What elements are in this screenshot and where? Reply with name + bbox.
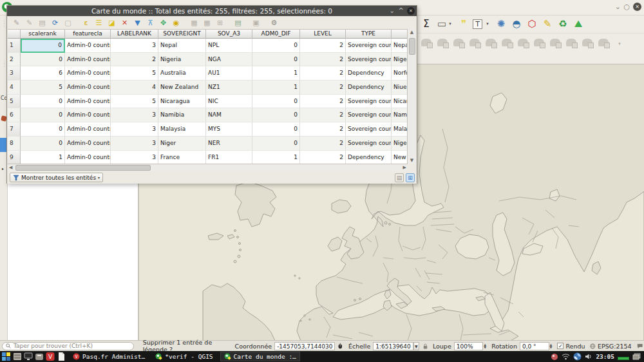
tray-app-icon[interactable] bbox=[551, 353, 558, 361]
table-cell[interactable]: 0 bbox=[252, 137, 300, 151]
scale-value[interactable]: 1:65139640 bbox=[373, 342, 413, 350]
table-cell[interactable]: 2 bbox=[300, 81, 346, 95]
row-number[interactable]: 4 bbox=[8, 81, 21, 95]
conditional-format-icon[interactable]: ▤ bbox=[232, 17, 243, 28]
table-cell[interactable]: Dependency bbox=[346, 151, 392, 164]
crs-globe-icon[interactable] bbox=[590, 343, 596, 350]
text-annotation-dropdown-icon[interactable]: ▾ bbox=[484, 17, 491, 30]
attribute-table[interactable]: scalerankfeatureclaLABELRANKSOVEREIGNTSO… bbox=[8, 29, 408, 164]
new-field-icon[interactable]: ▦ bbox=[189, 17, 200, 28]
table-cell[interactable]: Sovereign country bbox=[346, 108, 392, 122]
form-view-icon[interactable]: ▤ bbox=[395, 173, 404, 182]
volume-icon[interactable] bbox=[585, 353, 592, 360]
table-cell[interactable]: 6 bbox=[21, 66, 65, 81]
column-header-featurecla[interactable]: featurecla bbox=[65, 30, 111, 39]
table-cell[interactable]: 3 bbox=[111, 122, 158, 137]
reload-icon[interactable]: ⟳ bbox=[50, 17, 61, 28]
table-cell[interactable]: Namibia bbox=[158, 108, 206, 122]
table-cell[interactable]: 5 bbox=[21, 81, 65, 95]
table-cell[interactable]: 0 bbox=[21, 39, 65, 53]
row-number[interactable]: 9 bbox=[8, 151, 21, 164]
deselect-all-icon[interactable]: ✕ bbox=[119, 17, 130, 28]
table-cell[interactable]: Norfolk bbox=[392, 66, 408, 81]
render-checkbox[interactable]: ✓ bbox=[557, 343, 564, 349]
column-header-sov_a3[interactable]: SOV_A3 bbox=[206, 30, 252, 39]
table-cell[interactable]: 3 bbox=[111, 108, 158, 122]
table-corner[interactable] bbox=[8, 30, 21, 39]
table-cell[interactable]: 0 bbox=[21, 95, 65, 109]
magnifier-spinner[interactable]: ▲▼ bbox=[484, 343, 486, 348]
measure-icon[interactable]: ▭ bbox=[435, 17, 448, 30]
table-cell[interactable]: Sovereign country bbox=[346, 122, 392, 137]
vertical-scrollbar[interactable]: ▲ ▼ bbox=[407, 29, 416, 164]
table-cell[interactable]: 1 bbox=[252, 66, 300, 81]
table-cell[interactable]: Admin-0 country bbox=[65, 137, 111, 151]
scale-dropdown-button[interactable]: ▼ bbox=[413, 342, 419, 350]
wifi-icon[interactable] bbox=[562, 353, 570, 360]
table-cell[interactable]: MYS bbox=[206, 122, 252, 137]
map-tips-icon[interactable]: ❞ bbox=[457, 17, 470, 30]
file-manager-icon[interactable] bbox=[13, 352, 22, 361]
document-icon[interactable] bbox=[57, 352, 66, 361]
maximize-button[interactable]: ○ bbox=[623, 3, 630, 11]
table-cell[interactable]: New C bbox=[392, 151, 408, 164]
copy-feature-icon[interactable]: ▢ bbox=[62, 17, 73, 28]
row-number[interactable]: 2 bbox=[8, 53, 21, 67]
table-cell[interactable]: Niger bbox=[392, 137, 408, 151]
table-cell[interactable]: 0 bbox=[252, 122, 300, 137]
invert-selection-icon[interactable]: ◪ bbox=[106, 17, 117, 28]
minimize-button[interactable]: ⌄ bbox=[615, 3, 621, 11]
magnifier-value[interactable]: 100% bbox=[454, 342, 484, 350]
row-number[interactable]: 5 bbox=[8, 95, 21, 109]
statistics-icon[interactable]: Σ bbox=[420, 17, 433, 30]
table-cell[interactable]: 2 bbox=[300, 53, 346, 67]
table-cell[interactable]: Nigeria bbox=[392, 53, 408, 67]
table-cell[interactable]: 0 bbox=[21, 122, 65, 137]
table-cell[interactable]: Admin-0 country bbox=[65, 66, 111, 81]
select-all-icon[interactable]: ☰ bbox=[93, 17, 104, 28]
dialog-titlebar[interactable]: Carte du monde :: Total des entités: 255… bbox=[7, 6, 417, 16]
metasearch-icon[interactable]: ✺ bbox=[495, 17, 507, 30]
rotation-spinner[interactable]: ▲▼ bbox=[550, 343, 553, 348]
table-cell[interactable]: New Zealand bbox=[158, 81, 206, 95]
table-cell[interactable]: NER bbox=[206, 137, 252, 151]
toggle-editing-icon[interactable]: ✎ bbox=[11, 17, 22, 28]
select-by-expression-icon[interactable]: ε bbox=[80, 17, 91, 28]
delete-field-icon[interactable]: ▦ bbox=[202, 17, 213, 28]
table-cell[interactable]: Australia bbox=[158, 66, 206, 81]
table-cell[interactable]: 1 bbox=[21, 151, 65, 164]
table-view-icon[interactable]: ⊞ bbox=[406, 173, 415, 182]
table-cell[interactable]: NGA bbox=[206, 53, 252, 67]
table-cell[interactable]: Dependency bbox=[346, 81, 392, 95]
table-cell[interactable]: Malays bbox=[392, 122, 408, 137]
display-icon[interactable] bbox=[24, 352, 33, 361]
table-cell[interactable]: 5 bbox=[111, 66, 158, 81]
table-cell[interactable]: 3 bbox=[111, 151, 158, 164]
vivaldi-launcher-icon[interactable]: V bbox=[46, 352, 55, 361]
archive-icon[interactable] bbox=[35, 352, 44, 361]
table-cell[interactable]: Nepal bbox=[392, 39, 408, 53]
table-cell[interactable]: 4 bbox=[111, 81, 158, 95]
table-cell[interactable]: 0 bbox=[252, 53, 300, 67]
table-cell[interactable]: Sovereign country bbox=[346, 95, 392, 109]
crs-label[interactable]: EPSG:2154 bbox=[598, 343, 632, 350]
table-cell[interactable]: 2 bbox=[300, 122, 346, 137]
table-cell[interactable]: 0 bbox=[252, 95, 300, 109]
locator-search-input[interactable]: Taper pour trouver (Ctrl+K) bbox=[2, 342, 134, 350]
table-cell[interactable]: 5 bbox=[111, 95, 158, 109]
table-cell[interactable]: Dependency bbox=[346, 66, 392, 81]
column-header-scalerank[interactable]: scalerank bbox=[21, 30, 65, 39]
dialog-shade-button[interactable]: ⌄ bbox=[390, 7, 395, 15]
table-cell[interactable]: Nepal bbox=[158, 39, 206, 53]
table-cell[interactable]: AU1 bbox=[206, 66, 252, 81]
table-cell[interactable]: 2 bbox=[300, 39, 346, 53]
table-cell[interactable]: Niue bbox=[392, 81, 408, 95]
sync-swirl-icon[interactable] bbox=[573, 352, 582, 361]
mouse-icon[interactable] bbox=[337, 342, 343, 350]
table-cell[interactable]: 3 bbox=[111, 39, 158, 53]
table-cell[interactable]: 2 bbox=[300, 137, 346, 151]
expand-arrow-icon[interactable]: ▸ bbox=[2, 166, 4, 171]
table-cell[interactable]: Malaysia bbox=[158, 122, 206, 137]
table-cell[interactable]: Admin-0 country bbox=[65, 151, 111, 164]
task-attribute-table[interactable]: Carte du monde :… bbox=[220, 352, 300, 361]
